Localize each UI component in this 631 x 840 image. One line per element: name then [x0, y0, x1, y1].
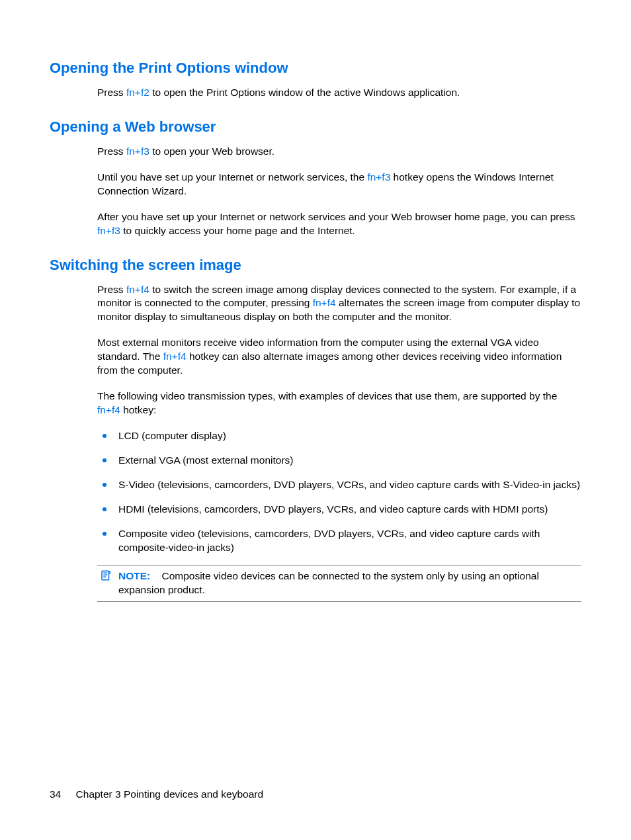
- hotkey-text: fn+f3: [367, 171, 390, 183]
- heading-web-browser: Opening a Web browser: [50, 118, 581, 136]
- page-number: 34: [50, 788, 61, 800]
- text: After you have set up your Internet or n…: [97, 211, 575, 222]
- text: to open your Web browser.: [149, 146, 274, 157]
- note-box: NOTE: Composite video devices can be con…: [97, 565, 581, 602]
- text: hotkey:: [120, 404, 156, 415]
- paragraph: Most external monitors receive video inf…: [97, 336, 581, 378]
- list-item: External VGA (most external monitors): [97, 454, 581, 468]
- text: Press: [97, 284, 126, 295]
- note-text: [153, 570, 162, 581]
- paragraph: Press fn+f3 to open your Web browser.: [97, 145, 581, 159]
- chapter-title: Chapter 3 Pointing devices and keyboard: [76, 788, 264, 800]
- page-footer: 34 Chapter 3 Pointing devices and keyboa…: [50, 788, 263, 800]
- hotkey-text: fn+f2: [126, 87, 149, 98]
- note-text: Composite video devices can be connected…: [118, 570, 539, 595]
- hotkey-text: fn+f3: [97, 225, 120, 236]
- paragraph: Press fn+f2 to open the Print Options wi…: [97, 86, 581, 100]
- heading-print-options: Opening the Print Options window: [50, 60, 581, 77]
- text: to quickly access your home page and the…: [120, 225, 355, 236]
- paragraph: Until you have set up your Internet or n…: [97, 171, 581, 198]
- hotkey-text: fn+f4: [313, 297, 336, 308]
- hotkey-text: fn+f4: [97, 404, 120, 415]
- section-web-browser: Opening a Web browser Press fn+f3 to ope…: [50, 118, 581, 238]
- paragraph: Press fn+f4 to switch the screen image a…: [97, 283, 581, 325]
- note-label: NOTE:: [118, 570, 150, 581]
- text: The following video transmission types, …: [97, 390, 557, 401]
- list-item: S-Video (televisions, camcorders, DVD pl…: [97, 478, 581, 492]
- hotkey-text: fn+f3: [126, 146, 149, 157]
- hotkey-text: fn+f4: [163, 351, 187, 362]
- section-screen-image: Switching the screen image Press fn+f4 t…: [50, 257, 581, 603]
- list-item: LCD (computer display): [97, 429, 581, 443]
- hotkey-text: fn+f4: [126, 284, 149, 295]
- paragraph: The following video transmission types, …: [97, 390, 581, 417]
- heading-screen-image: Switching the screen image: [50, 257, 581, 274]
- text: Press: [97, 146, 126, 157]
- text: Until you have set up your Internet or n…: [97, 171, 367, 183]
- note-icon: [100, 569, 112, 581]
- list-item: Composite video (televisions, camcorders…: [97, 527, 581, 555]
- text: to open the Print Options window of the …: [149, 87, 460, 98]
- list-item: HDMI (televisions, camcorders, DVD playe…: [97, 503, 581, 517]
- text: Press: [97, 87, 126, 98]
- paragraph: After you have set up your Internet or n…: [97, 210, 581, 238]
- section-print-options: Opening the Print Options window Press f…: [50, 60, 581, 100]
- bullet-list: LCD (computer display) External VGA (mos…: [97, 429, 581, 555]
